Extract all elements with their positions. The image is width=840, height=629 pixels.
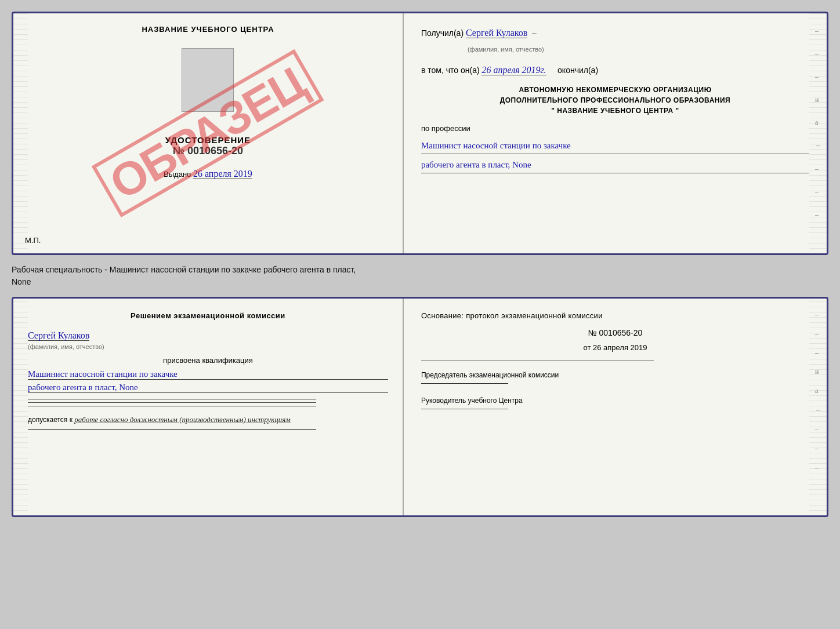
top-left-title: НАЗВАНИЕ УЧЕБНОГО ЦЕНТРА (142, 25, 274, 34)
ot-label: от (583, 343, 591, 352)
vtom-label: в том, что он(а) (421, 66, 480, 75)
person-subtitle: (фамилия, имя, отчество) (28, 343, 104, 350)
osnov-text: Основание: протокол экзаменационной коми… (421, 310, 809, 322)
okonchil-label: окончил(а) (557, 66, 598, 75)
subtitle-text2: None (12, 276, 828, 288)
qual-line1: Машинист насосной станции по закачке (28, 369, 388, 380)
date-from-value: 26 апреля 2019 (593, 343, 647, 352)
predsedatel-label: Председатель экзаменационной комиссии (421, 370, 809, 384)
decision-title: Решением экзаменационной комиссии (28, 310, 388, 322)
udostoverenie-number: № 0010656-20 (165, 145, 251, 157)
bottom-right-border (809, 299, 827, 515)
predsedatel-text: Председатель экзаменационной комиссии (421, 370, 809, 380)
qual-line2: рабочего агента в пласт, None (28, 383, 388, 393)
bottom-doc-left: Решением экзаменационной комиссии Сергей… (13, 299, 404, 515)
po-professii-label: по профессии (421, 124, 470, 133)
date-line: в том, что он(а) 26 апреля 2019г. окончи… (421, 62, 809, 79)
date-value: 26 апреля 2019г. (481, 65, 546, 75)
recipient-name: Сергей Кулаков (466, 28, 527, 38)
subtitle-text1: Рабочая специальность - Машинист насосно… (12, 264, 828, 276)
right-border-decoration (809, 13, 827, 253)
po-professii: по профессии (421, 122, 809, 135)
org-line3: " НАЗВАНИЕ УЧЕБНОГО ЦЕНТРА " (421, 106, 809, 116)
profession-line1: Машинист насосной станции по закачке (421, 138, 809, 154)
vydano-line: Выдано 26 апреля 2019 (164, 169, 252, 179)
person-line: Сергей Кулаков (фамилия, имя, отчество) (28, 330, 388, 351)
recipient-subtitle: (фамилия, имя, отчество) (468, 46, 544, 53)
date-from-line: от 26 апреля 2019 (421, 343, 809, 352)
predsedatel-sig-line (421, 383, 508, 384)
subtitle-block: Рабочая специальность - Машинист насосно… (12, 261, 828, 291)
rukovoditel-text: Руководитель учебного Центра (421, 395, 809, 406)
vydano-label: Выдано (164, 170, 191, 179)
bottom-document: Решением экзаменационной комиссии Сергей… (12, 297, 828, 517)
dopuskaetsya-block: допускается к работе согласно должностны… (28, 415, 388, 424)
top-doc-left: НАЗВАНИЕ УЧЕБНОГО ЦЕНТРА ОБРАЗЕЦ УДОСТОВ… (13, 13, 404, 253)
vydano-date: 26 апреля 2019 (193, 169, 252, 179)
rukovoditel-label: Руководитель учебного Центра (421, 395, 809, 409)
protocol-num: № 0010656-20 (421, 328, 809, 337)
udostoverenie-block: УДОСТОВЕРЕНИЕ № 0010656-20 (165, 135, 251, 157)
dopusk-text: работе согласно должностным (производств… (74, 415, 290, 424)
org-line2: ДОПОЛНИТЕЛЬНОГО ПРОФЕССИОНАЛЬНОГО ОБРАЗО… (421, 95, 809, 106)
top-document: НАЗВАНИЕ УЧЕБНОГО ЦЕНТРА ОБРАЗЕЦ УДОСТОВ… (12, 12, 828, 255)
prisvoena-text: присвоена квалификация (28, 356, 388, 365)
recipient-line: Получил(a) Сергей Кулаков – (фамилия, им… (421, 25, 809, 56)
rukovoditel-sig-line (421, 409, 508, 409)
bottom-doc-right: Основание: протокол экзаменационной коми… (404, 299, 827, 515)
photo-placeholder (182, 48, 234, 112)
mp-label: М.П. (25, 236, 41, 245)
top-doc-right: Получил(a) Сергей Кулаков – (фамилия, им… (404, 13, 827, 253)
org-text: АВТОНОМНУЮ НЕКОММЕРЧЕСКУЮ ОРГАНИЗАЦИЮ ДО… (421, 85, 809, 116)
org-line1: АВТОНОМНУЮ НЕКОММЕРЧЕСКУЮ ОРГАНИЗАЦИЮ (421, 85, 809, 95)
person-name: Сергей Кулаков (28, 330, 89, 341)
profession-line2: рабочего агента в пласт, None (421, 157, 809, 173)
udostoverenie-title: УДОСТОВЕРЕНИЕ (165, 135, 251, 145)
poluchil-label: Получил(a) (421, 28, 464, 38)
dopuskaetsya-label: допускается к (28, 416, 73, 424)
